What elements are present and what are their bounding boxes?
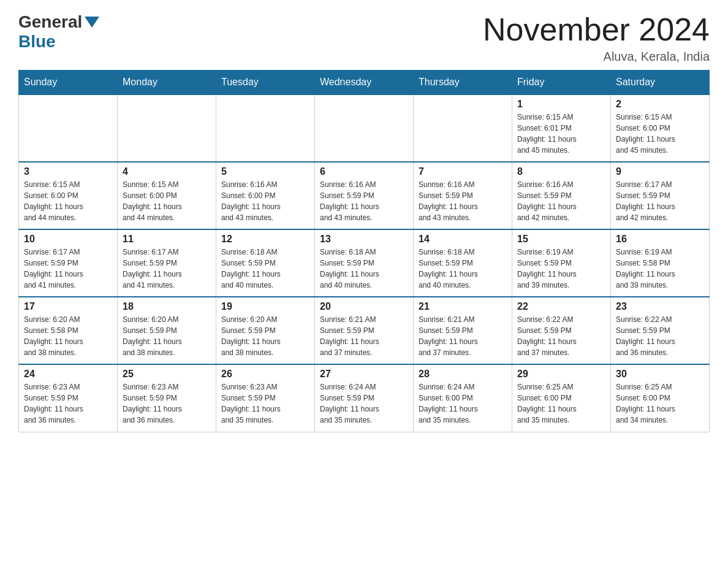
day-info: Sunrise: 6:23 AM Sunset: 5:59 PM Dayligh… — [123, 381, 211, 426]
day-info: Sunrise: 6:16 AM Sunset: 6:00 PM Dayligh… — [221, 179, 309, 223]
calendar-cell: 19Sunrise: 6:20 AM Sunset: 5:59 PM Dayli… — [216, 297, 315, 364]
day-number: 22 — [517, 301, 605, 312]
calendar-cell: 4Sunrise: 6:15 AM Sunset: 6:00 PM Daylig… — [118, 162, 216, 229]
calendar-cell — [216, 94, 315, 162]
weekday-header-row: SundayMondayTuesdayWednesdayThursdayFrid… — [19, 71, 710, 95]
calendar-cell: 3Sunrise: 6:15 AM Sunset: 6:00 PM Daylig… — [19, 162, 118, 229]
day-number: 25 — [123, 369, 211, 380]
day-info: Sunrise: 6:16 AM Sunset: 5:59 PM Dayligh… — [419, 179, 507, 223]
calendar-cell — [19, 94, 118, 162]
calendar-cell: 2Sunrise: 6:15 AM Sunset: 6:00 PM Daylig… — [611, 94, 710, 162]
day-number: 30 — [616, 369, 704, 380]
day-number: 16 — [616, 234, 704, 245]
day-info: Sunrise: 6:20 AM Sunset: 5:59 PM Dayligh… — [221, 314, 309, 358]
calendar-week-2: 3Sunrise: 6:15 AM Sunset: 6:00 PM Daylig… — [19, 162, 710, 229]
day-number: 18 — [123, 301, 211, 312]
location-subtitle: Aluva, Kerala, India — [483, 50, 710, 64]
logo-arrow-icon — [85, 17, 99, 28]
day-info: Sunrise: 6:17 AM Sunset: 5:59 PM Dayligh… — [123, 247, 211, 291]
day-info: Sunrise: 6:18 AM Sunset: 5:59 PM Dayligh… — [221, 247, 309, 291]
calendar-cell: 25Sunrise: 6:23 AM Sunset: 5:59 PM Dayli… — [118, 364, 216, 432]
calendar-cell: 16Sunrise: 6:19 AM Sunset: 5:58 PM Dayli… — [611, 229, 710, 297]
calendar-cell: 11Sunrise: 6:17 AM Sunset: 5:59 PM Dayli… — [118, 229, 216, 297]
calendar-body: 1Sunrise: 6:15 AM Sunset: 6:01 PM Daylig… — [19, 94, 710, 432]
day-info: Sunrise: 6:24 AM Sunset: 5:59 PM Dayligh… — [320, 381, 408, 426]
calendar-cell: 20Sunrise: 6:21 AM Sunset: 5:59 PM Dayli… — [315, 297, 414, 364]
day-info: Sunrise: 6:17 AM Sunset: 5:59 PM Dayligh… — [616, 179, 704, 223]
day-number: 26 — [221, 369, 309, 380]
calendar-cell: 18Sunrise: 6:20 AM Sunset: 5:59 PM Dayli… — [118, 297, 216, 364]
page-header: General Blue November 2024 Aluva, Kerala… — [18, 12, 710, 64]
calendar-cell: 28Sunrise: 6:24 AM Sunset: 6:00 PM Dayli… — [414, 364, 512, 432]
day-number: 10 — [24, 234, 112, 245]
day-number: 5 — [221, 166, 309, 177]
calendar-cell: 23Sunrise: 6:22 AM Sunset: 5:59 PM Dayli… — [611, 297, 710, 364]
day-number: 11 — [123, 234, 211, 245]
day-info: Sunrise: 6:19 AM Sunset: 5:59 PM Dayligh… — [517, 247, 605, 291]
calendar-cell: 30Sunrise: 6:25 AM Sunset: 6:00 PM Dayli… — [611, 364, 710, 432]
day-number: 12 — [221, 234, 309, 245]
day-info: Sunrise: 6:21 AM Sunset: 5:59 PM Dayligh… — [419, 314, 507, 358]
day-number: 7 — [419, 166, 507, 177]
calendar-cell: 26Sunrise: 6:23 AM Sunset: 5:59 PM Dayli… — [216, 364, 315, 432]
title-section: November 2024 Aluva, Kerala, India — [483, 12, 710, 64]
day-info: Sunrise: 6:20 AM Sunset: 5:59 PM Dayligh… — [123, 314, 211, 358]
calendar-cell: 13Sunrise: 6:18 AM Sunset: 5:59 PM Dayli… — [315, 229, 414, 297]
weekday-header-saturday: Saturday — [611, 71, 710, 95]
calendar-cell: 5Sunrise: 6:16 AM Sunset: 6:00 PM Daylig… — [216, 162, 315, 229]
day-number: 29 — [517, 369, 605, 380]
day-number: 1 — [517, 99, 605, 110]
day-number: 19 — [221, 301, 309, 312]
day-info: Sunrise: 6:15 AM Sunset: 6:00 PM Dayligh… — [123, 179, 211, 223]
calendar-cell: 27Sunrise: 6:24 AM Sunset: 5:59 PM Dayli… — [315, 364, 414, 432]
calendar-cell: 1Sunrise: 6:15 AM Sunset: 6:01 PM Daylig… — [512, 94, 611, 162]
day-info: Sunrise: 6:23 AM Sunset: 5:59 PM Dayligh… — [221, 381, 309, 426]
day-info: Sunrise: 6:25 AM Sunset: 6:00 PM Dayligh… — [616, 381, 704, 426]
day-number: 9 — [616, 166, 704, 177]
calendar-cell: 10Sunrise: 6:17 AM Sunset: 5:59 PM Dayli… — [19, 229, 118, 297]
calendar-cell: 8Sunrise: 6:16 AM Sunset: 5:59 PM Daylig… — [512, 162, 611, 229]
day-info: Sunrise: 6:15 AM Sunset: 6:01 PM Dayligh… — [517, 112, 605, 156]
day-info: Sunrise: 6:18 AM Sunset: 5:59 PM Dayligh… — [320, 247, 408, 291]
day-info: Sunrise: 6:24 AM Sunset: 6:00 PM Dayligh… — [419, 381, 507, 426]
weekday-header-monday: Monday — [118, 71, 216, 95]
calendar-week-4: 17Sunrise: 6:20 AM Sunset: 5:58 PM Dayli… — [19, 297, 710, 364]
day-info: Sunrise: 6:20 AM Sunset: 5:58 PM Dayligh… — [24, 314, 112, 358]
day-number: 23 — [616, 301, 704, 312]
day-number: 13 — [320, 234, 408, 245]
day-info: Sunrise: 6:22 AM Sunset: 5:59 PM Dayligh… — [616, 314, 704, 358]
day-number: 17 — [24, 301, 112, 312]
calendar-week-5: 24Sunrise: 6:23 AM Sunset: 5:59 PM Dayli… — [19, 364, 710, 432]
day-info: Sunrise: 6:21 AM Sunset: 5:59 PM Dayligh… — [320, 314, 408, 358]
calendar-cell: 21Sunrise: 6:21 AM Sunset: 5:59 PM Dayli… — [414, 297, 512, 364]
day-info: Sunrise: 6:16 AM Sunset: 5:59 PM Dayligh… — [517, 179, 605, 223]
month-title: November 2024 — [483, 12, 710, 47]
calendar-cell: 15Sunrise: 6:19 AM Sunset: 5:59 PM Dayli… — [512, 229, 611, 297]
day-number: 15 — [517, 234, 605, 245]
calendar-cell — [118, 94, 216, 162]
calendar-cell: 9Sunrise: 6:17 AM Sunset: 5:59 PM Daylig… — [611, 162, 710, 229]
day-info: Sunrise: 6:15 AM Sunset: 6:00 PM Dayligh… — [616, 112, 704, 156]
day-number: 28 — [419, 369, 507, 380]
day-number: 27 — [320, 369, 408, 380]
day-info: Sunrise: 6:25 AM Sunset: 6:00 PM Dayligh… — [517, 381, 605, 426]
calendar-cell: 12Sunrise: 6:18 AM Sunset: 5:59 PM Dayli… — [216, 229, 315, 297]
calendar-cell: 22Sunrise: 6:22 AM Sunset: 5:59 PM Dayli… — [512, 297, 611, 364]
day-info: Sunrise: 6:23 AM Sunset: 5:59 PM Dayligh… — [24, 381, 112, 426]
day-number: 6 — [320, 166, 408, 177]
day-info: Sunrise: 6:15 AM Sunset: 6:00 PM Dayligh… — [24, 179, 112, 223]
calendar-header: SundayMondayTuesdayWednesdayThursdayFrid… — [19, 71, 710, 95]
day-number: 24 — [24, 369, 112, 380]
weekday-header-sunday: Sunday — [19, 71, 118, 95]
day-number: 20 — [320, 301, 408, 312]
calendar-cell — [315, 94, 414, 162]
logo-general-text: General — [18, 12, 82, 32]
day-info: Sunrise: 6:16 AM Sunset: 5:59 PM Dayligh… — [320, 179, 408, 223]
calendar-cell: 14Sunrise: 6:18 AM Sunset: 5:59 PM Dayli… — [414, 229, 512, 297]
calendar-cell — [414, 94, 512, 162]
day-number: 2 — [616, 99, 704, 110]
calendar-week-1: 1Sunrise: 6:15 AM Sunset: 6:01 PM Daylig… — [19, 94, 710, 162]
calendar-cell: 29Sunrise: 6:25 AM Sunset: 6:00 PM Dayli… — [512, 364, 611, 432]
weekday-header-tuesday: Tuesday — [216, 71, 315, 95]
calendar-cell: 24Sunrise: 6:23 AM Sunset: 5:59 PM Dayli… — [19, 364, 118, 432]
